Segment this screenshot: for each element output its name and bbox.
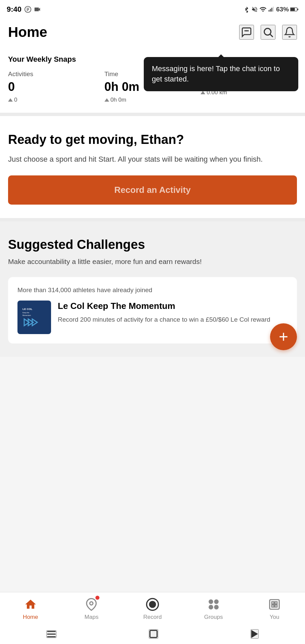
you-nav-icon [267,597,282,612]
challenges-subtitle: Make accountability a little easier, mor… [8,257,297,266]
record-icon [145,597,160,611]
home-square-icon [149,630,158,638]
nav-label-home: Home [23,614,38,621]
search-button[interactable] [261,25,275,40]
svg-point-24 [214,599,219,604]
maps-badge [95,596,99,600]
stat-activities-label: Activities [8,70,104,78]
svg-point-20 [90,602,93,605]
stat-time-delta-value: 0h 0m [111,97,126,103]
nav-item-record[interactable]: Record [139,597,166,621]
video-status-icon [34,6,41,13]
le-col-logo: LE COL Keep the Momentum [21,304,48,331]
bottom-navigation: Home Maps Record [0,592,305,624]
home-icon [24,598,37,611]
svg-point-23 [209,599,213,604]
home-nav-icon [23,597,38,612]
challenge-card[interactable]: More than 314,000 athletes have already … [8,277,297,343]
delta-arrow-activities [8,98,13,102]
nav-item-maps[interactable]: Maps [78,597,105,621]
status-time: 9:40 [7,5,21,14]
ready-section: Ready to get moving, Ethan? Just choose … [0,116,305,218]
chat-icon [241,26,252,38]
svg-point-22 [149,601,156,608]
svg-text:Momentum: Momentum [23,314,31,316]
svg-rect-7 [297,8,298,10]
status-icons-right: 63% [243,6,298,13]
search-icon [262,26,274,38]
signal-icon [268,6,275,13]
delta-arrow-distance [201,91,205,94]
nav-label-record: Record [143,614,162,621]
bottom-spacer [0,357,305,411]
chat-button[interactable] [239,25,254,40]
record-nav-icon [145,597,160,612]
svg-text:LE COL: LE COL [23,308,32,311]
nav-label-you: You [270,614,279,621]
groups-icon [207,598,220,611]
challenge-logo: LE COL Keep the Momentum [17,301,51,334]
svg-rect-1 [269,10,270,12]
challenges-section: Suggested Challenges Make accountability… [0,221,305,357]
section-divider-1 [0,113,305,116]
system-menu-button[interactable] [46,630,56,638]
svg-rect-3 [271,8,272,12]
svg-line-12 [270,34,273,37]
challenge-join-text: More than 314,000 athletes have already … [17,286,288,294]
svg-rect-4 [273,7,274,12]
stat-time-delta: 0h 0m [104,97,201,103]
menu-lines-icon [47,631,56,637]
system-home-button[interactable] [149,629,158,639]
tooltip-text: Messaging is here! Tap the chat icon to … [152,64,280,83]
challenge-desc: Record 200 minutes of activity for a cha… [58,315,288,324]
challenge-name: Le Col Keep The Momentum [58,301,288,312]
notifications-button[interactable] [282,25,297,40]
ready-title: Ready to get moving, Ethan? [8,132,297,148]
page-title: Home [8,24,47,40]
bell-icon [284,26,295,38]
page-header: Home [0,19,305,47]
maps-icon [85,598,98,611]
section-divider-2 [0,218,305,221]
nav-item-you[interactable]: You [261,597,288,621]
stat-activities-delta: 0 [8,97,104,103]
wifi-icon [259,6,267,13]
challenges-title: Suggested Challenges [8,237,297,252]
stat-activities: Activities 0 0 [8,70,104,103]
weekly-snaps-section: Your Weekly Snaps Activities 0 0 Time 0h… [0,47,305,113]
messaging-tooltip: Messaging is here! Tap the chat icon to … [144,57,298,91]
fab-add-button[interactable] [270,323,297,350]
messenger-status-icon [24,6,32,13]
svg-point-25 [209,605,213,609]
svg-point-11 [264,29,271,35]
svg-rect-6 [291,8,295,11]
record-activity-button[interactable]: Record an Activity [8,175,297,205]
groups-nav-icon [206,597,221,612]
svg-text:Keep the: Keep the [23,312,29,314]
stat-activities-value: 0 [8,80,104,94]
nav-item-groups[interactable]: Groups [200,597,227,621]
nav-item-home[interactable]: Home [17,597,44,621]
stat-activities-delta-value: 0 [14,97,17,103]
svg-rect-2 [270,9,271,11]
bluetooth-icon [243,6,250,13]
system-navigation [0,624,305,644]
header-actions [239,25,297,40]
plus-icon [277,330,290,343]
nav-label-groups: Groups [204,614,223,621]
challenge-text-content: Le Col Keep The Momentum Record 200 minu… [58,301,288,324]
delta-arrow-time [104,98,109,102]
you-icon [268,598,281,611]
battery-icon [290,7,298,12]
maps-nav-icon [84,597,99,612]
svg-point-26 [214,605,219,609]
system-back-button[interactable] [251,629,259,639]
nav-label-maps: Maps [85,614,99,621]
mute-icon [251,6,258,13]
ready-subtitle: Just choose a sport and hit Start. All y… [8,154,297,165]
status-bar: 9:40 [0,0,305,19]
battery-percent: 63% [276,6,289,13]
back-triangle-icon [251,630,258,638]
challenge-info: LE COL Keep the Momentum Le Col Keep The… [17,301,288,334]
